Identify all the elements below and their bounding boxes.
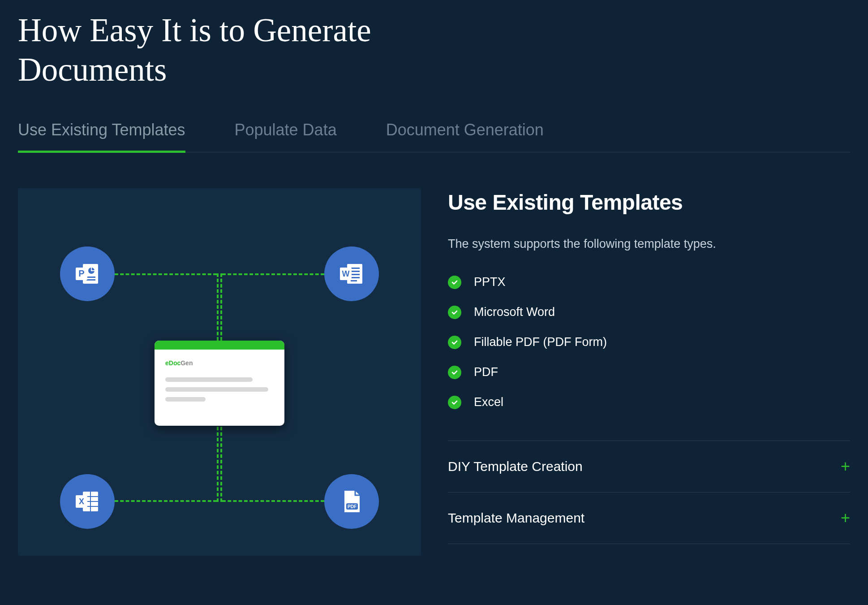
accordion-title: Template Management	[448, 510, 584, 526]
svg-rect-3	[86, 279, 95, 281]
check-icon	[448, 336, 461, 349]
section-title: Use Existing Templates	[448, 190, 850, 215]
list-item-label: PPTX	[474, 275, 506, 289]
feature-list: PPTX Microsoft Word Fillable PDF (PDF Fo…	[448, 275, 850, 409]
connector-line	[115, 500, 217, 502]
svg-text:W: W	[342, 269, 350, 278]
svg-rect-10	[351, 277, 360, 278]
list-item-label: Excel	[474, 395, 503, 409]
svg-rect-9	[351, 274, 360, 275]
hero-heading: How Easy It is to Generate Documents	[18, 0, 421, 121]
document-brand: eDocGen	[165, 359, 274, 367]
plus-icon: +	[841, 509, 850, 527]
list-item: Excel	[448, 395, 850, 409]
connector-line	[217, 421, 219, 502]
document-card-accent	[155, 341, 284, 350]
connector-line	[220, 273, 222, 341]
svg-rect-8	[351, 271, 360, 272]
svg-text:PDF: PDF	[348, 504, 357, 509]
check-icon	[448, 366, 461, 379]
check-icon	[448, 396, 461, 409]
list-item-label: Fillable PDF (PDF Form)	[474, 335, 607, 349]
tab-bar: Use Existing Templates Populate Data Doc…	[18, 121, 850, 152]
tab-templates[interactable]: Use Existing Templates	[18, 121, 185, 152]
svg-text:X: X	[79, 497, 84, 506]
check-icon	[448, 276, 461, 289]
tab-populate[interactable]: Populate Data	[235, 121, 337, 152]
connector-line	[220, 421, 222, 502]
connector-line	[222, 273, 324, 275]
pdf-icon: PDF	[324, 474, 379, 529]
svg-rect-2	[86, 277, 95, 278]
check-icon	[448, 306, 461, 319]
right-panel: Use Existing Templates The system suppor…	[448, 188, 850, 556]
powerpoint-icon: P	[60, 246, 115, 301]
accordion-diy-template[interactable]: DIY Template Creation +	[448, 441, 850, 492]
list-item: PPTX	[448, 275, 850, 289]
word-icon: W	[324, 246, 379, 301]
section-description: The system supports the following templa…	[448, 237, 850, 251]
plus-icon: +	[841, 457, 850, 476]
connector-line	[222, 500, 324, 502]
list-item-label: Microsoft Word	[474, 305, 555, 319]
connector-line	[217, 273, 219, 341]
list-item: PDF	[448, 365, 850, 379]
content-row: P W X	[18, 188, 850, 556]
tab-generation[interactable]: Document Generation	[386, 121, 544, 152]
list-item: Fillable PDF (PDF Form)	[448, 335, 850, 349]
svg-rect-7	[351, 268, 360, 269]
document-card: eDocGen	[155, 341, 284, 426]
excel-icon: X	[60, 474, 115, 529]
accordion-template-management[interactable]: Template Management +	[448, 492, 850, 544]
templates-illustration: P W X	[18, 188, 421, 556]
list-item-label: PDF	[474, 365, 498, 379]
document-placeholder-lines	[165, 377, 274, 402]
connector-line	[115, 273, 217, 275]
svg-text:P: P	[78, 268, 84, 278]
svg-rect-11	[351, 280, 357, 281]
accordion-title: DIY Template Creation	[448, 459, 583, 474]
list-item: Microsoft Word	[448, 305, 850, 319]
